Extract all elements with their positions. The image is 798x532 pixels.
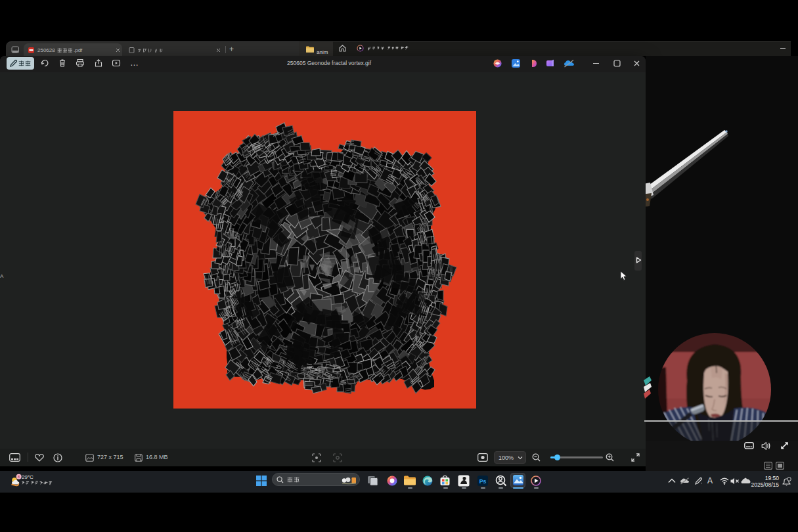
- svg-text:8: 8: [18, 475, 20, 479]
- svg-text:Ps: Ps: [479, 478, 487, 485]
